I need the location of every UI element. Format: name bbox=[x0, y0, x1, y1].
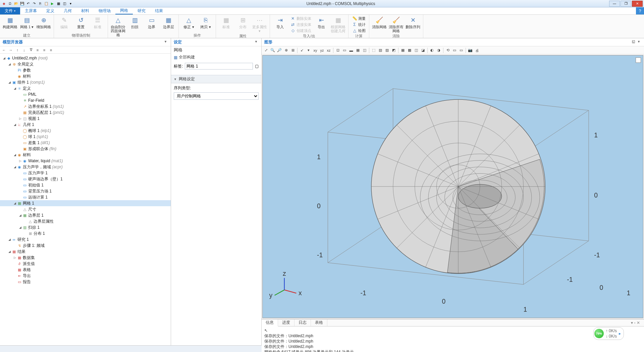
tree-node-35[interactable]: ▦表格 bbox=[0, 267, 171, 273]
panel-restore-icon[interactable]: ◱ bbox=[631, 40, 636, 45]
ribbon-btn-7-1[interactable]: 🧹清除所有网格 bbox=[388, 15, 404, 34]
tree-node-33[interactable]: ▷▦数据集 bbox=[0, 255, 171, 261]
tree-node-30[interactable]: ◢∞研究 1 bbox=[0, 236, 171, 243]
qat-open-icon[interactable]: 📂 bbox=[13, 1, 19, 6]
tree-node-25[interactable]: △尺寸 bbox=[0, 206, 171, 212]
qat-save-icon[interactable]: 💾 bbox=[19, 1, 25, 6]
mb-toolbar-btn-6[interactable]: ≡ bbox=[42, 47, 47, 53]
gfx-toolbar-btn-6[interactable]: ↙ bbox=[299, 47, 305, 53]
tree-node-19[interactable]: ▭压力声学 1 bbox=[0, 170, 171, 176]
ribbon-btn-5-0[interactable]: ⇥导入 bbox=[272, 15, 288, 30]
qat-new-icon[interactable]: 🗋 bbox=[7, 1, 13, 6]
tree-node-16[interactable]: ◢◉材料 bbox=[0, 152, 171, 158]
tree-node-23[interactable]: ▭远场计算 1 bbox=[0, 194, 171, 200]
message-tab-2[interactable]: 日志 bbox=[294, 319, 311, 326]
ribbon-btn-2-2[interactable]: ▭边界 bbox=[144, 15, 160, 30]
ribbon-tab-5[interactable]: 网格 bbox=[115, 7, 133, 14]
gfx-toolbar-btn-12[interactable]: ⊡ bbox=[335, 47, 341, 53]
ribbon-btn-5-2[interactable]: ⇤导出 bbox=[313, 15, 329, 30]
model-tree[interactable]: ◢◆Untitled2.mph (root)◢⊕全局定义Pi参数◉材料◢▣组件 … bbox=[0, 54, 171, 345]
tree-node-1[interactable]: ◢⊕全局定义 bbox=[0, 61, 171, 67]
tree-node-2[interactable]: Pi参数 bbox=[0, 67, 171, 73]
qat-more-icon[interactable]: ▾ bbox=[68, 1, 73, 6]
gfx-toolbar-btn-2[interactable]: 🔎 bbox=[276, 47, 282, 53]
ribbon-btn-1-1[interactable]: ↺重置 bbox=[73, 15, 89, 30]
canvas-toggle-icon[interactable] bbox=[636, 57, 641, 63]
tree-node-29[interactable]: ⊞分布 1 bbox=[0, 230, 171, 236]
tree-node-11[interactable]: ◢⟀几何 1 bbox=[0, 122, 171, 128]
tree-node-15[interactable]: ▣形成联合体 (fin) bbox=[0, 146, 171, 152]
gfx-toolbar-btn-21[interactable]: ◩ bbox=[391, 47, 397, 53]
gfx-toolbar-btn-1[interactable]: 🔍 bbox=[270, 47, 276, 53]
tree-node-27[interactable]: △边界层属性 bbox=[0, 218, 171, 224]
ribbon-btn-0-2[interactable]: ⊕增加网格 bbox=[36, 15, 52, 30]
ribbon-tab-6[interactable]: 研究 bbox=[133, 7, 150, 14]
message-tab-3[interactable]: 表格 bbox=[311, 319, 327, 326]
panel-menu-icon[interactable]: ▾ bbox=[163, 40, 168, 45]
mb-toolbar-btn-7[interactable]: ≡ bbox=[48, 47, 54, 53]
gfx-toolbar-btn-23[interactable]: ▦ bbox=[400, 47, 406, 53]
mb-toolbar-btn-3[interactable]: ↓ bbox=[21, 47, 27, 53]
gfx-toolbar-btn-7[interactable]: ▾ bbox=[306, 47, 312, 53]
panel-menu-icon[interactable]: ▾ bbox=[253, 40, 259, 45]
ribbon-btn-3-1[interactable]: ⎘拷贝 ▾ bbox=[198, 15, 214, 30]
ribbon-btn-2-3[interactable]: ▦边界层 bbox=[160, 15, 176, 30]
gfx-toolbar-btn-35[interactable]: 📷 bbox=[467, 47, 473, 53]
gfx-toolbar-btn-29[interactable]: ◑ bbox=[436, 47, 442, 53]
tree-node-8[interactable]: ↗边界坐标系 1 (sys1) bbox=[0, 103, 171, 109]
tree-node-24[interactable]: ◢▦网格 1 bbox=[0, 200, 171, 206]
tree-node-28[interactable]: ◢▥扫掠 1 bbox=[0, 224, 171, 230]
mb-toolbar-btn-1[interactable]: → bbox=[8, 47, 13, 53]
message-tab-1[interactable]: 进度 bbox=[278, 319, 294, 326]
qat-copy-icon[interactable]: ⎘ bbox=[38, 1, 43, 6]
tree-node-37[interactable]: ▭报告 bbox=[0, 279, 171, 285]
mb-toolbar-btn-2[interactable]: ↑ bbox=[15, 47, 20, 53]
tree-node-14[interactable]: ▭差集 1 (dif1) bbox=[0, 140, 171, 146]
mb-toolbar-btn-0[interactable]: ← bbox=[1, 47, 7, 53]
maximize-button[interactable]: ❐ bbox=[621, 1, 631, 7]
gfx-toolbar-btn-15[interactable]: ▦ bbox=[355, 47, 361, 53]
seqtype-select[interactable]: 用户控制网格 bbox=[174, 92, 259, 100]
gfx-toolbar-btn-13[interactable]: ▭ bbox=[341, 47, 347, 53]
tree-node-5[interactable]: ◢≡定义 bbox=[0, 85, 171, 91]
gfx-toolbar-btn-8[interactable]: xy bbox=[312, 47, 318, 53]
ribbon-btn-2-0[interactable]: △自由剖分四面体网格 bbox=[110, 15, 126, 38]
tree-node-21[interactable]: ▭初始值 1 bbox=[0, 182, 171, 188]
ribbon-tab-0[interactable]: 主屏幕 bbox=[20, 7, 42, 14]
help-button[interactable]: ? bbox=[636, 7, 644, 14]
tree-node-0[interactable]: ◢◆Untitled2.mph (root) bbox=[0, 55, 171, 61]
gfx-toolbar-btn-24[interactable]: ▩ bbox=[407, 47, 413, 53]
ribbon-btn-7-0[interactable]: 🧹清除网格 bbox=[371, 15, 387, 30]
ribbon-btn-6-0-0[interactable]: 📏测量 bbox=[351, 15, 367, 21]
ribbon-tab-7[interactable]: 结果 bbox=[150, 7, 168, 14]
tree-node-32[interactable]: ◢▦结果 bbox=[0, 249, 171, 255]
gfx-toolbar-btn-0[interactable]: ⤢ bbox=[263, 47, 269, 53]
gfx-toolbar-btn-3[interactable]: ⊕ bbox=[283, 47, 289, 53]
close-button[interactable]: ✕ bbox=[632, 1, 643, 7]
label-input[interactable] bbox=[185, 63, 253, 70]
tree-node-17[interactable]: ▷◉Water, liquid (mat1) bbox=[0, 158, 171, 164]
tree-node-18[interactable]: ◢◉压力声学，频域 (acpr) bbox=[0, 164, 171, 170]
ribbon-tab-3[interactable]: 材料 bbox=[76, 7, 94, 14]
tree-node-26[interactable]: ◢▦边界层 1 bbox=[0, 212, 171, 218]
tree-node-10[interactable]: ▷◫视图 1 bbox=[0, 116, 171, 122]
ribbon-btn-7-2[interactable]: ✕删除序列 bbox=[405, 15, 421, 30]
qat-plot-icon[interactable]: ◫ bbox=[62, 1, 67, 6]
label-toggle-icon[interactable]: ▢ bbox=[255, 64, 259, 69]
ribbon-tab-1[interactable]: 定义 bbox=[42, 7, 59, 14]
graphics-canvas[interactable]: 1 0 -1 1 0 -1 -1 0 1 -1 0 1 x y bbox=[262, 55, 643, 318]
qat-comsol-icon[interactable]: ◆ bbox=[1, 1, 7, 6]
mb-toolbar-btn-5[interactable]: ≡ bbox=[35, 47, 40, 53]
ribbon-tab-4[interactable]: 物理场 bbox=[94, 7, 115, 14]
gfx-toolbar-btn-26[interactable]: ◪ bbox=[420, 47, 426, 53]
network-expand-icon[interactable]: ▸ bbox=[619, 331, 621, 336]
gfx-toolbar-btn-36[interactable]: 🖨 bbox=[474, 47, 480, 53]
tree-node-6[interactable]: ▭PML bbox=[0, 91, 171, 97]
ribbon-btn-0-0[interactable]: ▦构建网格 bbox=[2, 15, 18, 30]
tree-node-13[interactable]: ◯球 1 (sph1) bbox=[0, 134, 171, 140]
ribbon-btn-2-1[interactable]: ▥扫掠 bbox=[127, 15, 143, 30]
gfx-toolbar-btn-4[interactable]: ⊞ bbox=[290, 47, 296, 53]
gfx-toolbar-btn-19[interactable]: ▧ bbox=[377, 47, 383, 53]
gfx-toolbar-btn-33[interactable]: ▭ bbox=[458, 47, 464, 53]
ribbon-tab-2[interactable]: 几何 bbox=[59, 7, 76, 14]
